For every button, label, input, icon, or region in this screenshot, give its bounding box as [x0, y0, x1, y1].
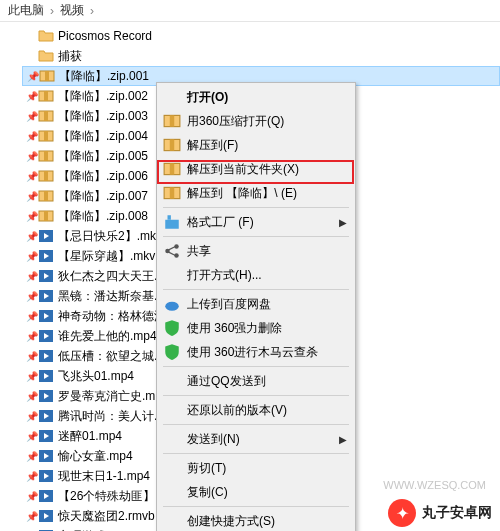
- svg-rect-62: [165, 220, 179, 229]
- pin-icon: 📌: [26, 331, 36, 342]
- menu-360-scan[interactable]: 使用 360进行木马云查杀: [159, 340, 353, 364]
- zip-icon: [38, 128, 54, 144]
- menu-extract-to-folder[interactable]: 解压到 【降临】\ (E): [159, 181, 353, 205]
- factory-icon: [163, 213, 181, 231]
- share-icon: [163, 242, 181, 260]
- menu-copy[interactable]: 复制(C): [159, 480, 353, 504]
- file-item[interactable]: Picosmos Record: [22, 26, 500, 46]
- submenu-arrow-icon: ▶: [339, 217, 347, 228]
- file-name: 心理游戏.mp4: [58, 528, 133, 532]
- svg-rect-5: [44, 111, 48, 121]
- file-name: 谁先爱上他的.mp4: [58, 328, 157, 345]
- folder-icon: [38, 48, 54, 64]
- file-item[interactable]: 捕获: [22, 46, 500, 66]
- breadcrumb-folder[interactable]: 视频: [60, 2, 84, 19]
- zip-icon: [38, 148, 54, 164]
- menu-send-to[interactable]: 发送到(N)▶: [159, 427, 353, 451]
- menu-share[interactable]: 共享: [159, 239, 353, 263]
- chevron-right-icon: ›: [90, 4, 94, 18]
- menu-open-with[interactable]: 打开方式(H)...: [159, 263, 353, 287]
- menu-separator: [163, 236, 349, 237]
- pin-icon: 📌: [26, 351, 36, 362]
- video-icon: [38, 468, 54, 484]
- svg-rect-15: [44, 211, 48, 221]
- pin-icon: 📌: [26, 91, 36, 102]
- menu-open-360[interactable]: 用360压缩打开(Q): [159, 109, 353, 133]
- menu-separator: [163, 424, 349, 425]
- file-name: 【降临】.zip.006: [58, 168, 148, 185]
- video-icon: [38, 428, 54, 444]
- menu-cut[interactable]: 剪切(T): [159, 456, 353, 480]
- svg-rect-3: [44, 91, 48, 101]
- pin-icon: 📌: [26, 471, 36, 482]
- file-name: Picosmos Record: [58, 29, 152, 43]
- menu-separator: [163, 506, 349, 507]
- context-menu: 打开(O) 用360压缩打开(Q) 解压到(F) 解压到当前文件夹(X) 解压到…: [156, 82, 356, 531]
- video-icon: [38, 448, 54, 464]
- svg-rect-7: [44, 131, 48, 141]
- breadcrumb-root[interactable]: 此电脑: [8, 2, 44, 19]
- pin-icon: 📌: [26, 311, 36, 322]
- pin-icon: 📌: [27, 71, 37, 82]
- zip-icon: [39, 68, 55, 84]
- zip-icon: [163, 136, 181, 154]
- video-icon: [38, 248, 54, 264]
- shield-icon: [163, 343, 181, 361]
- menu-restore-previous[interactable]: 还原以前的版本(V): [159, 398, 353, 422]
- zip-icon: [38, 188, 54, 204]
- menu-upload-baidu[interactable]: 上传到百度网盘: [159, 292, 353, 316]
- menu-separator: [163, 395, 349, 396]
- pin-icon: 📌: [26, 391, 36, 402]
- menu-extract-to[interactable]: 解压到(F): [159, 133, 353, 157]
- video-icon: [38, 488, 54, 504]
- menu-separator: [163, 366, 349, 367]
- pin-icon: 📌: [26, 111, 36, 122]
- pin-icon: 📌: [26, 491, 36, 502]
- menu-separator: [163, 453, 349, 454]
- pin-icon: 📌: [26, 271, 36, 282]
- pin-icon: 📌: [26, 151, 36, 162]
- file-name: 【降临】.zip.002: [58, 88, 148, 105]
- svg-rect-13: [44, 191, 48, 201]
- video-icon: [38, 408, 54, 424]
- pin-icon: 📌: [26, 371, 36, 382]
- file-name: 罗曼蒂克消亡史.mp4: [58, 388, 169, 405]
- menu-separator: [163, 289, 349, 290]
- shield-icon: [163, 319, 181, 337]
- zip-icon: [163, 184, 181, 202]
- submenu-arrow-icon: ▶: [339, 434, 347, 445]
- folder-icon: [38, 28, 54, 44]
- video-icon: [38, 348, 54, 364]
- pin-icon: 📌: [26, 231, 36, 242]
- file-name: 愉心女童.mp4: [58, 448, 133, 465]
- zip-icon: [38, 168, 54, 184]
- menu-extract-here[interactable]: 解压到当前文件夹(X): [159, 157, 353, 181]
- zip-icon: [38, 88, 54, 104]
- file-name: 【降临】.zip.003: [58, 108, 148, 125]
- menu-360-occupy[interactable]: 使用 360强力删除: [159, 316, 353, 340]
- brand-logo-icon: ✦: [388, 499, 416, 527]
- zip-icon: [38, 108, 54, 124]
- file-name: 现世末日1-1.mp4: [58, 468, 150, 485]
- zip-icon: [38, 208, 54, 224]
- menu-create-shortcut[interactable]: 创建快捷方式(S): [159, 509, 353, 531]
- file-name: 【降临】.zip.008: [58, 208, 148, 225]
- pin-icon: 📌: [26, 511, 36, 522]
- pin-icon: 📌: [26, 191, 36, 202]
- pin-icon: 📌: [26, 211, 36, 222]
- pin-icon: 📌: [26, 291, 36, 302]
- file-name: 飞兆头01.mp4: [58, 368, 134, 385]
- video-icon: [38, 288, 54, 304]
- brand-text: 丸子安卓网: [422, 504, 492, 522]
- menu-separator: [163, 207, 349, 208]
- svg-rect-11: [44, 171, 48, 181]
- breadcrumb[interactable]: 此电脑 › 视频 ›: [0, 0, 500, 22]
- menu-open[interactable]: 打开(O): [159, 85, 353, 109]
- video-icon: [38, 368, 54, 384]
- menu-send-qq[interactable]: 通过QQ发送到: [159, 369, 353, 393]
- file-name: 【降临】.zip.004: [58, 128, 148, 145]
- chevron-right-icon: ›: [50, 4, 54, 18]
- video-icon: [38, 328, 54, 344]
- file-name: 惊天魔盗团2.rmvb: [58, 508, 155, 525]
- menu-format-factory[interactable]: 格式工厂 (F)▶: [159, 210, 353, 234]
